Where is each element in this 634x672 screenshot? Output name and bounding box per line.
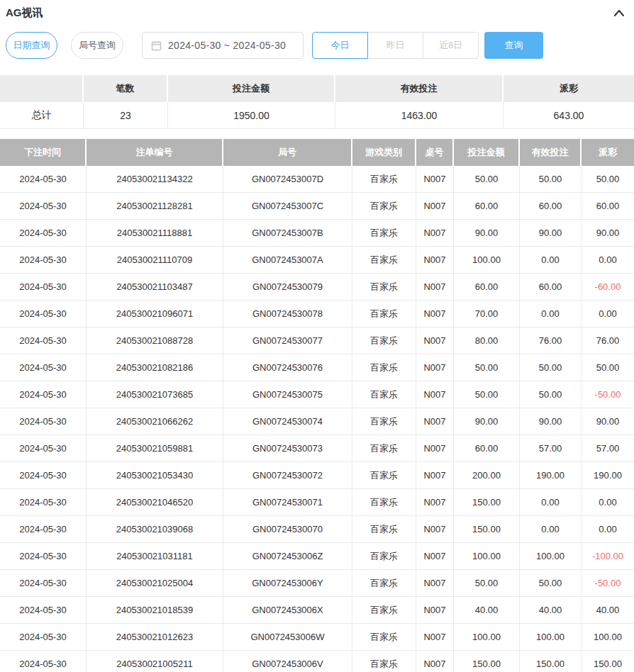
- table-row: 2024-05-30240530021031181GN0072453006Z百家…: [0, 543, 634, 570]
- detail-cell: -50.00: [582, 381, 634, 408]
- detail-cell: N007: [416, 247, 454, 273]
- detail-cell: 2024-05-30: [0, 435, 87, 461]
- detail-table-body: 2024-05-30240530021134322GN0072453007D百家…: [0, 166, 634, 672]
- detail-cell: 2024-05-30: [0, 381, 87, 408]
- detail-column-header: 派彩: [582, 139, 634, 166]
- detail-cell: 240530021053430: [87, 462, 223, 488]
- table-row: 2024-05-30240530021110709GN0072453007A百家…: [0, 247, 634, 274]
- detail-cell: 2024-05-30: [0, 354, 87, 381]
- detail-cell: GN0072453006W: [223, 624, 352, 650]
- detail-cell: 2024-05-30: [0, 166, 87, 192]
- detail-cell: 240530021082186: [87, 354, 223, 381]
- detail-cell: 50.00: [454, 570, 520, 596]
- detail-cell: GN00724530079: [223, 274, 352, 300]
- detail-cell: N007: [416, 166, 454, 192]
- detail-cell: GN0072453006Y: [223, 570, 352, 596]
- detail-cell: GN00724530075: [223, 381, 352, 408]
- detail-cell: N007: [416, 597, 454, 623]
- table-row: 2024-05-30240530021088728GN00724530077百家…: [0, 327, 634, 354]
- detail-cell: 240530021012623: [87, 624, 223, 650]
- detail-cell: 0.00: [582, 489, 634, 515]
- detail-cell: 240530021059881: [87, 435, 223, 461]
- detail-cell: 50.00: [454, 166, 520, 192]
- date-query-tab[interactable]: 日期查询: [6, 32, 57, 59]
- detail-cell: 90.00: [454, 220, 520, 246]
- detail-cell: 40.00: [454, 597, 520, 623]
- detail-column-header: 局号: [223, 139, 352, 166]
- detail-cell: 2024-05-30: [0, 408, 87, 435]
- detail-cell: 百家乐: [352, 516, 416, 542]
- chevron-up-icon: [613, 9, 625, 17]
- detail-cell: 60.00: [454, 193, 520, 219]
- collapse-panel-button[interactable]: [613, 6, 625, 19]
- detail-cell: -100.00: [582, 543, 634, 569]
- detail-cell: 100.00: [454, 543, 520, 569]
- detail-cell: N007: [416, 516, 454, 542]
- detail-cell: 百家乐: [352, 220, 416, 246]
- detail-cell: GN00724530071: [223, 489, 352, 515]
- detail-cell: GN00724530073: [223, 435, 352, 461]
- detail-cell: 240530021066262: [87, 408, 223, 435]
- round-query-tab[interactable]: 局号查询: [71, 32, 123, 59]
- detail-cell: N007: [416, 624, 454, 650]
- summary-total-value: 1463.00: [335, 102, 504, 128]
- quick-range-button-0[interactable]: 今日: [312, 32, 368, 59]
- detail-cell: 百家乐: [352, 543, 416, 569]
- detail-cell: 百家乐: [352, 624, 416, 650]
- detail-cell: 2024-05-30: [0, 274, 87, 300]
- table-row: 2024-05-30240530021039068GN00724530070百家…: [0, 516, 634, 543]
- detail-cell: 60.00: [582, 193, 634, 219]
- detail-cell: GN00724530072: [223, 462, 352, 488]
- summary-column-header: 投注金额: [168, 75, 335, 102]
- detail-cell: N007: [416, 543, 454, 569]
- detail-cell: 百家乐: [352, 462, 416, 488]
- detail-cell: 240530021005211: [87, 651, 223, 672]
- detail-cell: 190.00: [582, 462, 634, 488]
- query-toolbar: 日期查询 局号查询 2024-05-30 ~ 2024-05-30 今日昨日近8…: [0, 32, 634, 59]
- detail-cell: 60.00: [520, 193, 582, 219]
- detail-cell: GN00724530070: [223, 516, 352, 542]
- detail-cell: 2024-05-30: [0, 651, 87, 672]
- detail-cell: 100.00: [520, 624, 582, 650]
- detail-cell: 240530021039068: [87, 516, 223, 542]
- detail-cell: 190.00: [520, 462, 582, 488]
- detail-cell: GN00724530074: [223, 408, 352, 435]
- detail-cell: N007: [416, 435, 454, 461]
- detail-cell: GN00724530077: [223, 327, 352, 354]
- detail-cell: 240530021031181: [87, 543, 223, 569]
- detail-cell: 200.00: [454, 462, 520, 488]
- detail-cell: 50.00: [582, 354, 634, 381]
- detail-cell: 百家乐: [352, 651, 416, 672]
- detail-column-header: 游戏类别: [352, 139, 416, 166]
- table-row: 2024-05-30240530021046520GN00724530071百家…: [0, 489, 634, 516]
- detail-cell: 百家乐: [352, 354, 416, 381]
- detail-cell: 240530021018539: [87, 597, 223, 623]
- summary-total-label: 总计: [0, 102, 84, 128]
- detail-cell: GN0072453007A: [223, 247, 352, 273]
- search-button[interactable]: 查询: [484, 32, 543, 59]
- summary-total-value: 643.00: [504, 102, 634, 128]
- detail-cell: GN0072453007D: [223, 166, 352, 192]
- detail-cell: 百家乐: [352, 327, 416, 354]
- quick-range-button-2[interactable]: 近8日: [423, 32, 479, 59]
- detail-cell: N007: [416, 651, 454, 672]
- quick-range-button-1[interactable]: 昨日: [367, 32, 423, 59]
- page-title: AG视讯: [6, 6, 43, 20]
- detail-cell: 50.00: [582, 166, 634, 192]
- detail-cell: 90.00: [454, 408, 520, 435]
- detail-cell: 60.00: [454, 435, 520, 461]
- date-range-input[interactable]: 2024-05-30 ~ 2024-05-30: [142, 32, 304, 59]
- table-row: 2024-05-30240530021118881GN0072453007B百家…: [0, 220, 634, 247]
- detail-cell: GN0072453007C: [223, 193, 352, 219]
- detail-cell: N007: [416, 570, 454, 596]
- detail-cell: 150.00: [454, 651, 520, 672]
- detail-cell: 0.00: [520, 247, 582, 273]
- detail-cell: 50.00: [454, 354, 520, 381]
- detail-cell: 50.00: [520, 570, 582, 596]
- table-row: 2024-05-30240530021005211GN0072453006V百家…: [0, 651, 634, 672]
- table-row: 2024-05-30240530021012623GN0072453006W百家…: [0, 624, 634, 651]
- detail-cell: 2024-05-30: [0, 489, 87, 515]
- detail-cell: 240530021134322: [87, 166, 223, 192]
- detail-cell: N007: [416, 408, 454, 435]
- detail-cell: 百家乐: [352, 166, 416, 192]
